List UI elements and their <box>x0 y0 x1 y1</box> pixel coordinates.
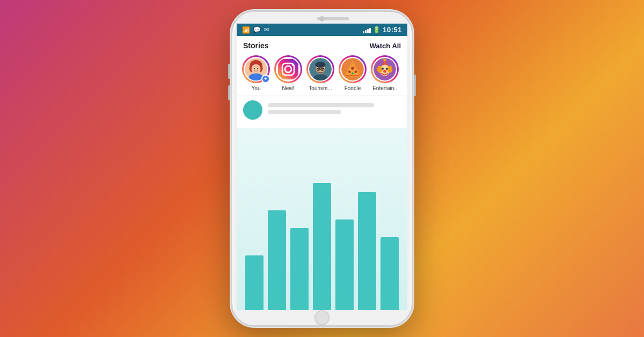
svg-point-32 <box>383 58 386 62</box>
status-left-icons: 📶 💬 ✉ <box>242 26 269 34</box>
phone-frame: 📶 💬 ✉ 🔋 10:51 Stories <box>231 10 413 327</box>
stories-header: Stories Watch All <box>237 36 407 53</box>
svg-rect-8 <box>278 59 298 79</box>
story-avatar-wrapper-you: + <box>242 55 270 83</box>
svg-point-34 <box>377 65 383 72</box>
signal-icon <box>363 27 371 33</box>
phone-mockup: 📶 💬 ✉ 🔋 10:51 Stories <box>231 10 413 327</box>
feed-line-1 <box>268 103 374 107</box>
svg-point-7 <box>257 68 258 69</box>
chat-icon: 💬 <box>253 26 261 33</box>
chart-bar <box>245 255 264 310</box>
camera-icon <box>319 16 325 21</box>
chart-bar <box>268 210 286 310</box>
stories-title: Stories <box>243 41 268 50</box>
story-item-entertain[interactable]: Entertain.. <box>370 55 400 91</box>
feed-line-2 <box>268 110 341 114</box>
chart-bar <box>313 183 331 310</box>
story-label-tourism: Tourism... <box>306 85 335 91</box>
svg-point-20 <box>318 69 319 70</box>
svg-point-38 <box>383 70 386 73</box>
story-item-you[interactable]: + You <box>241 55 271 91</box>
chart-bar <box>358 192 376 310</box>
story-avatar-entertain <box>372 57 397 82</box>
story-label-entertain: Entertain.. <box>370 85 399 91</box>
svg-point-28 <box>354 70 357 73</box>
avatar-entertain-svg <box>374 57 396 81</box>
svg-point-11 <box>292 64 294 66</box>
instagram-svg <box>278 59 298 79</box>
power-button <box>414 75 416 96</box>
svg-point-21 <box>322 69 323 70</box>
svg-point-29 <box>352 72 354 75</box>
wifi-icon: 📶 <box>242 26 250 34</box>
stories-row: + You <box>237 53 407 96</box>
phone-bottom <box>232 310 412 325</box>
story-avatar-instagram <box>276 57 301 82</box>
avatar-foodle-svg <box>341 57 364 81</box>
story-avatar-foodle <box>340 57 365 82</box>
svg-point-26 <box>351 67 354 70</box>
mail-icon: ✉ <box>264 26 269 33</box>
story-avatar-wrapper-foodle <box>339 55 367 83</box>
svg-point-36 <box>382 68 384 70</box>
svg-point-27 <box>348 70 351 73</box>
svg-point-35 <box>387 65 393 72</box>
story-item-foodle[interactable]: Foodle <box>338 55 368 91</box>
story-avatar-tourism <box>308 57 333 82</box>
svg-rect-16 <box>315 64 325 66</box>
story-label-you: You <box>241 85 270 91</box>
svg-point-4 <box>251 64 260 74</box>
feed-text <box>268 103 401 117</box>
story-item-tourism[interactable]: Tourism... <box>305 55 335 91</box>
phone-screen: 📶 💬 ✉ 🔋 10:51 Stories <box>237 24 407 310</box>
avatar-tourism-svg <box>309 57 332 81</box>
svg-point-6 <box>254 68 255 69</box>
story-label-instagram: New! <box>274 85 303 91</box>
status-bar: 📶 💬 ✉ 🔋 10:51 <box>237 24 407 36</box>
chart-bar <box>335 219 354 311</box>
volume-down-button <box>228 85 230 100</box>
chart-bar <box>290 228 309 310</box>
story-ring-entertain <box>371 55 399 83</box>
feed-item <box>243 100 401 120</box>
svg-point-37 <box>386 68 388 70</box>
battery-icon: 🔋 <box>373 26 380 33</box>
story-ring-foodle <box>339 55 367 83</box>
story-avatar-wrapper-entertain <box>371 55 399 83</box>
story-avatar-wrapper-instagram <box>274 55 302 83</box>
story-avatar-wrapper-tourism <box>306 55 334 83</box>
feed-area <box>237 96 407 128</box>
chart-area <box>237 128 407 310</box>
volume-up-button <box>228 64 230 79</box>
story-item-instagram[interactable]: New! <box>273 55 303 91</box>
add-story-badge[interactable]: + <box>261 75 270 83</box>
phone-top <box>232 12 412 24</box>
chart-bars <box>237 128 407 310</box>
story-ring-instagram <box>274 55 302 83</box>
status-right-icons: 🔋 10:51 <box>363 26 402 34</box>
chart-bar <box>380 237 399 310</box>
story-ring-tourism <box>306 55 334 83</box>
story-label-foodle: Foodle <box>338 85 367 91</box>
feed-user-avatar <box>243 100 262 120</box>
home-button[interactable] <box>314 310 330 325</box>
watch-all-button[interactable]: Watch All <box>370 42 401 50</box>
status-time: 10:51 <box>383 26 402 34</box>
